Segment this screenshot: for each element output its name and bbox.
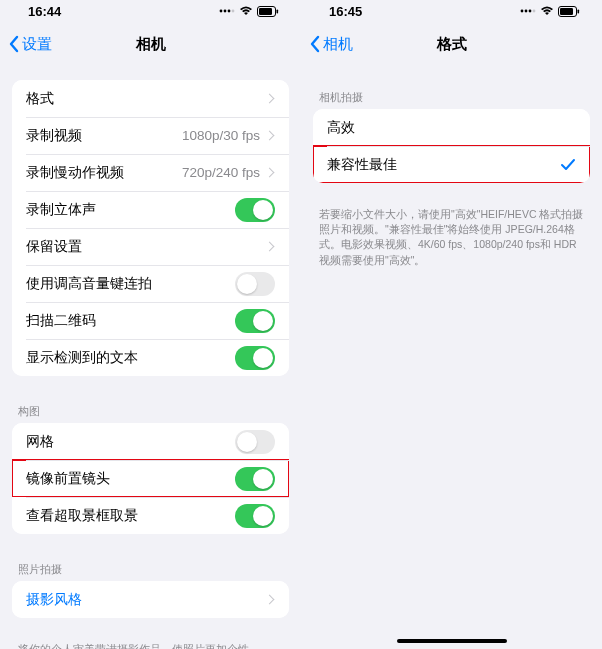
row-label: 高效	[327, 119, 576, 137]
svg-rect-13	[578, 9, 580, 13]
status-icons	[219, 6, 279, 17]
row-grid: 网格	[12, 423, 289, 460]
status-time: 16:45	[329, 4, 362, 19]
status-time: 16:44	[28, 4, 61, 19]
group-capture: 格式 录制视频 1080p/30 fps 录制慢动作视频 720p/240 fp…	[12, 80, 289, 376]
back-label: 设置	[22, 35, 52, 54]
home-indicator[interactable]	[397, 639, 507, 643]
svg-point-2	[228, 10, 231, 13]
svg-rect-5	[259, 8, 272, 15]
row-label: 保留设置	[26, 238, 266, 256]
svg-rect-12	[560, 8, 573, 15]
cellular-dots-icon	[520, 6, 536, 16]
back-button[interactable]: 设置	[8, 35, 52, 54]
group-header-photo-capture: 照片拍摄	[0, 552, 301, 581]
row-label: 格式	[26, 90, 266, 108]
chevron-right-icon	[265, 242, 275, 252]
group-composition: 网格 镜像前置镜头 查看超取景框取景	[12, 423, 289, 534]
row-record-video[interactable]: 录制视频 1080p/30 fps	[12, 117, 289, 154]
row-photo-styles[interactable]: 摄影风格	[12, 581, 289, 618]
row-label: 录制视频	[26, 127, 182, 145]
row-formats[interactable]: 格式	[12, 80, 289, 117]
settings-content: 格式 录制视频 1080p/30 fps 录制慢动作视频 720p/240 fp…	[0, 66, 301, 649]
row-mirror-front: 镜像前置镜头	[12, 460, 289, 497]
nav-bar: 设置 相机	[0, 22, 301, 66]
cellular-dots-icon	[219, 6, 235, 16]
row-stereo: 录制立体声	[12, 191, 289, 228]
row-detail: 720p/240 fps	[182, 165, 260, 180]
view-outside-switch[interactable]	[235, 504, 275, 528]
status-bar: 16:45	[301, 0, 602, 22]
chevron-right-icon	[265, 94, 275, 104]
row-label: 录制慢动作视频	[26, 164, 182, 182]
svg-point-7	[521, 10, 524, 13]
row-record-slomo[interactable]: 录制慢动作视频 720p/240 fps	[12, 154, 289, 191]
svg-point-10	[533, 10, 536, 13]
camera-settings-pane: 16:44 设置 相机 格式	[0, 0, 301, 649]
row-detected-text: 显示检测到的文本	[12, 339, 289, 376]
row-label: 摄影风格	[26, 591, 266, 609]
chevron-right-icon	[265, 595, 275, 605]
row-label: 扫描二维码	[26, 312, 235, 330]
row-high-efficiency[interactable]: 高效	[313, 109, 590, 146]
checkmark-icon	[560, 158, 576, 172]
volume-burst-switch[interactable]	[235, 272, 275, 296]
battery-icon	[257, 6, 279, 17]
footer-formats: 若要缩小文件大小，请使用"高效"HEIF/HEVC 格式拍摄照片和视频。"兼容性…	[301, 201, 602, 270]
wifi-icon	[540, 6, 554, 16]
row-detail: 1080p/30 fps	[182, 128, 260, 143]
svg-point-9	[529, 10, 532, 13]
formats-pane: 16:45 相机 格式 相机拍摄 高效	[301, 0, 602, 649]
group-formats: 高效 兼容性最佳	[313, 109, 590, 183]
battery-icon	[558, 6, 580, 17]
status-icons	[520, 6, 580, 17]
svg-rect-6	[277, 9, 279, 13]
back-label: 相机	[323, 35, 353, 54]
svg-point-8	[525, 10, 528, 13]
status-bar: 16:44	[0, 0, 301, 22]
chevron-right-icon	[265, 131, 275, 141]
detected-text-switch[interactable]	[235, 346, 275, 370]
row-volume-burst: 使用调高音量键连拍	[12, 265, 289, 302]
row-label: 显示检测到的文本	[26, 349, 235, 367]
row-scan-qr: 扫描二维码	[12, 302, 289, 339]
chevron-left-icon	[8, 35, 20, 53]
group-header-composition: 构图	[0, 394, 301, 423]
back-button[interactable]: 相机	[309, 35, 353, 54]
row-most-compatible[interactable]: 兼容性最佳	[313, 146, 590, 183]
svg-point-0	[220, 10, 223, 13]
row-label: 使用调高音量键连拍	[26, 275, 235, 293]
row-label: 兼容性最佳	[327, 156, 560, 174]
row-label: 查看超取景框取景	[26, 507, 235, 525]
row-label: 录制立体声	[26, 201, 235, 219]
footer-photo-styles: 将你的个人审美带进摄影作品，使照片更加个性化。"摄影风格"使用先进的场景理解技术…	[0, 636, 301, 649]
stereo-switch[interactable]	[235, 198, 275, 222]
nav-bar: 相机 格式	[301, 22, 602, 66]
wifi-icon	[239, 6, 253, 16]
row-label: 网格	[26, 433, 235, 451]
group-header-camera-capture: 相机拍摄	[301, 80, 602, 109]
group-photo-capture: 摄影风格	[12, 581, 289, 618]
scan-qr-switch[interactable]	[235, 309, 275, 333]
chevron-left-icon	[309, 35, 321, 53]
row-preserve[interactable]: 保留设置	[12, 228, 289, 265]
chevron-right-icon	[265, 168, 275, 178]
svg-point-1	[224, 10, 227, 13]
row-view-outside: 查看超取景框取景	[12, 497, 289, 534]
formats-content: 相机拍摄 高效 兼容性最佳 若要缩小文件大小，请使用"高效"HEIF/HEVC …	[301, 66, 602, 649]
mirror-front-switch[interactable]	[235, 467, 275, 491]
row-label: 镜像前置镜头	[26, 470, 235, 488]
svg-point-3	[232, 10, 235, 13]
grid-switch[interactable]	[235, 430, 275, 454]
